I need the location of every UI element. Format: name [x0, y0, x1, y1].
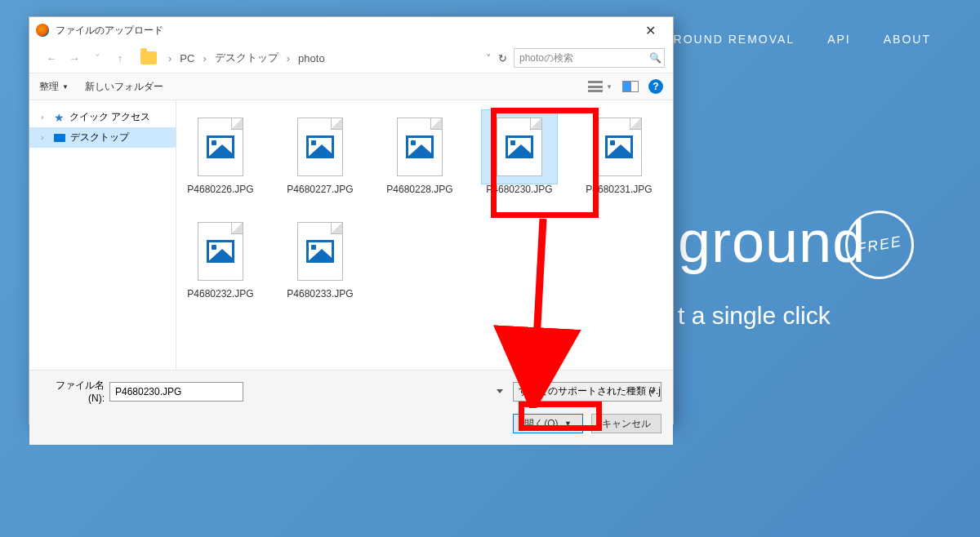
view-mode-button[interactable]: ▼	[588, 81, 612, 92]
sidebar-item-quick-access[interactable]: › ★ クイック アクセス	[29, 107, 176, 127]
file-item[interactable]: P4680226.JPG	[183, 110, 258, 195]
nav-link[interactable]: GROUND REMOVAL	[663, 33, 795, 46]
file-name: P4680232.JPG	[183, 288, 258, 300]
sidebar-item-label: クイック アクセス	[69, 110, 150, 124]
chevron-right-icon: ›	[203, 52, 206, 64]
file-list[interactable]: P4680226.JPGP4680227.JPGP4680228.JPGP468…	[176, 100, 673, 370]
filename-input[interactable]	[109, 382, 243, 402]
sidebar: › ★ クイック アクセス › デスクトップ	[29, 100, 176, 370]
file-item[interactable]: P4680233.JPG	[283, 215, 358, 300]
toolbar: 整理 ▼ 新しいフォルダー ▼ ?	[29, 73, 673, 100]
file-item[interactable]: P4680227.JPG	[283, 110, 358, 195]
file-name: P4680230.JPG	[482, 184, 557, 195]
search-input[interactable]: photoの検索 🔍	[514, 48, 665, 68]
chevron-right-icon: ›	[41, 113, 49, 122]
dialog-title: ファイルのアップロード	[56, 24, 163, 38]
preview-pane-button[interactable]	[622, 81, 639, 92]
filename-label: ファイル名(N):	[41, 379, 105, 404]
new-folder-button[interactable]: 新しいフォルダー	[85, 80, 163, 94]
help-icon[interactable]: ?	[648, 79, 663, 94]
hero-subtitle: t a single click	[678, 302, 831, 330]
titlebar: ファイルのアップロード ✕	[29, 17, 673, 43]
sidebar-item-label: デスクトップ	[70, 131, 129, 144]
desktop-icon	[54, 134, 65, 142]
dialog-footer: ファイル名(N): すべてのサポートされた種類 (*.jpg;* 開く(O) ▼…	[29, 370, 673, 445]
star-icon: ★	[54, 111, 65, 124]
search-placeholder: photoの検索	[519, 51, 573, 65]
file-name: P4680227.JPG	[283, 184, 358, 195]
nav-link[interactable]: API	[827, 33, 851, 46]
file-name: P4680228.JPG	[382, 184, 457, 195]
file-name: P4680226.JPG	[183, 184, 258, 195]
site-nav: GROUND REMOVAL API ABOUT	[663, 33, 931, 46]
crumb-folder[interactable]: photo	[298, 52, 325, 64]
firefox-icon	[36, 24, 49, 37]
nav-link[interactable]: ABOUT	[884, 33, 931, 46]
chevron-right-icon: ›	[287, 52, 290, 64]
file-upload-dialog: ファイルのアップロード ✕ ← → ˅ ↑ › PC › デスクトップ › ph…	[29, 16, 674, 424]
file-item[interactable]: P4680232.JPG	[183, 215, 258, 300]
open-button[interactable]: 開く(O) ▼	[513, 414, 583, 433]
file-name: P4680231.JPG	[581, 184, 657, 195]
file-item[interactable]: P4680230.JPG	[482, 110, 557, 195]
crumb-desktop[interactable]: デスクトップ	[215, 51, 278, 65]
organize-button[interactable]: 整理 ▼	[39, 80, 69, 94]
hero-heading: ground	[678, 208, 866, 275]
chevron-right-icon: ›	[41, 133, 49, 142]
cancel-button[interactable]: キャンセル	[591, 414, 662, 433]
address-bar-row: ← → ˅ ↑ › PC › デスクトップ › photo ˅ ↻ photoの…	[29, 43, 673, 73]
search-icon: 🔍	[649, 52, 661, 64]
file-item[interactable]: P4680231.JPG	[581, 110, 657, 195]
file-name: P4680233.JPG	[283, 288, 358, 300]
crumb-pc[interactable]: PC	[180, 52, 194, 64]
back-icon[interactable]: ←	[42, 49, 60, 67]
filetype-select[interactable]: すべてのサポートされた種類 (*.jpg;*	[513, 382, 662, 402]
refresh-icon[interactable]: ↻	[498, 52, 507, 64]
up-icon[interactable]: ↑	[111, 49, 129, 67]
folder-icon	[140, 51, 157, 64]
chevron-down-icon: ▼	[606, 83, 612, 91]
close-icon[interactable]: ✕	[634, 23, 666, 38]
chevron-down-icon: ▼	[62, 83, 69, 91]
chevron-down-icon[interactable]: ˅	[486, 52, 492, 64]
forward-icon[interactable]: →	[65, 49, 83, 67]
chevron-right-icon: ›	[168, 52, 172, 64]
chevron-down-icon[interactable]: ˅	[88, 49, 106, 67]
file-item[interactable]: P4680228.JPG	[382, 110, 457, 195]
sidebar-item-desktop[interactable]: › デスクトップ	[29, 127, 176, 148]
